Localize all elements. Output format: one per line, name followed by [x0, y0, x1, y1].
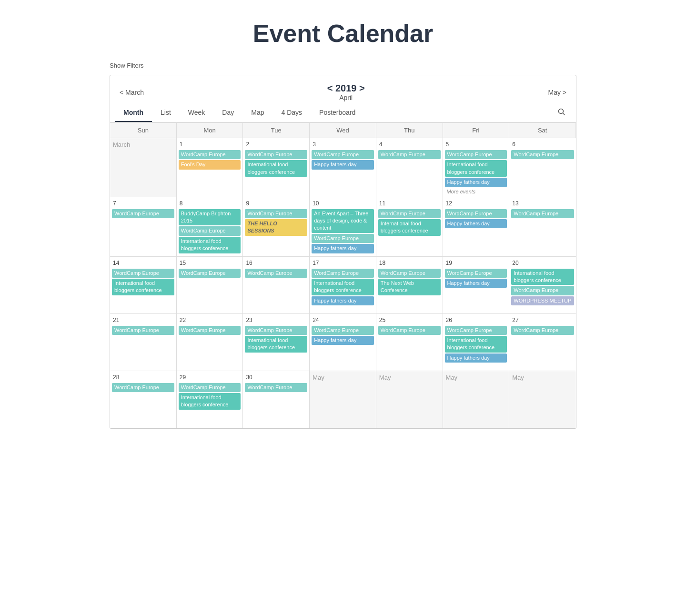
day-cell[interactable]: 26WordCamp EuropeInternational food blog… [443, 314, 510, 371]
event-item[interactable]: WordCamp Europe [312, 234, 374, 243]
event-item[interactable]: International food bloggers conference [179, 393, 241, 410]
event-item[interactable]: WordCamp Europe [179, 226, 241, 235]
event-item[interactable]: International food bloggers conference [245, 336, 307, 353]
day-cell[interactable]: 24WordCamp EuropeHappy fathers day [310, 314, 376, 371]
event-item[interactable]: WordCamp Europe [511, 150, 574, 159]
day-cell[interactable]: May [509, 371, 576, 428]
event-item[interactable]: Happy fathers day [445, 178, 507, 187]
day-cell[interactable]: 29WordCamp EuropeInternational food blog… [177, 371, 243, 428]
day-cell[interactable]: 30WordCamp Europe [243, 371, 310, 428]
event-item[interactable]: THE HELLO SESSIONS [245, 219, 307, 236]
more-events-link[interactable]: More events [445, 188, 507, 195]
prev-month-button[interactable]: < March [120, 89, 144, 96]
event-item[interactable]: International food bloggers conference [312, 279, 374, 295]
event-item[interactable]: WordCamp Europe [245, 269, 307, 278]
event-item[interactable]: Happy fathers day [445, 219, 507, 228]
day-cell[interactable]: 16WordCamp Europe [243, 257, 310, 314]
event-item[interactable]: WordCamp Europe [378, 269, 441, 278]
event-item[interactable]: Happy fathers day [312, 160, 374, 169]
event-item[interactable]: WordCamp Europe [511, 286, 574, 295]
event-item[interactable]: WordCamp Europe [445, 150, 507, 159]
day-cell[interactable]: 3WordCamp EuropeHappy fathers day [310, 138, 376, 197]
event-item[interactable]: WordCamp Europe [179, 383, 241, 392]
tab-week[interactable]: Week [180, 104, 214, 122]
day-cell[interactable]: 2WordCamp EuropeInternational food blogg… [243, 138, 310, 197]
day-cell[interactable]: 5WordCamp EuropeInternational food blogg… [443, 138, 510, 197]
event-item[interactable]: International food bloggers conference [179, 237, 241, 253]
day-cell[interactable]: 8BuddyCamp Brighton 2015WordCamp EuropeI… [177, 197, 243, 257]
event-item[interactable]: WordCamp Europe [112, 326, 174, 335]
event-item[interactable]: WordCamp Europe [179, 150, 241, 159]
tab-posterboard[interactable]: Posterboard [311, 104, 364, 122]
event-item[interactable]: International food bloggers conference [245, 160, 307, 177]
event-item[interactable]: International food bloggers conference [445, 160, 507, 177]
event-item[interactable]: International food bloggers conference [511, 269, 574, 285]
event-item[interactable]: WordCamp Europe [112, 383, 174, 392]
day-cell[interactable]: 28WordCamp Europe [110, 371, 177, 428]
event-item[interactable]: WordCamp Europe [312, 269, 374, 278]
day-cell[interactable]: 10An Event Apart – Three days of design,… [310, 197, 376, 257]
event-item[interactable]: WordCamp Europe [378, 209, 441, 218]
day-cell[interactable]: March [110, 138, 177, 197]
event-item[interactable]: Happy fathers day [312, 336, 374, 345]
day-cell[interactable]: 7WordCamp Europe [110, 197, 177, 257]
day-cell[interactable]: 1WordCamp EuropeFool's Day [177, 138, 243, 197]
tab-month[interactable]: Month [115, 104, 152, 122]
day-cell[interactable]: 27WordCamp Europe [509, 314, 576, 371]
event-item[interactable]: Happy fathers day [312, 244, 374, 253]
event-item[interactable]: WordCamp Europe [312, 150, 374, 159]
day-cell[interactable]: 14WordCamp EuropeInternational food blog… [110, 257, 177, 314]
event-item[interactable]: WordCamp Europe [445, 269, 507, 278]
event-item[interactable]: WordCamp Europe [245, 383, 307, 392]
event-item[interactable]: WordCamp Europe [245, 150, 307, 159]
event-item[interactable]: WordCamp Europe [511, 326, 574, 335]
event-item[interactable]: WordCamp Europe [245, 209, 307, 218]
day-cell[interactable]: 19WordCamp EuropeHappy fathers day [443, 257, 510, 314]
day-cell[interactable]: 20International food bloggers conference… [509, 257, 576, 314]
next-month-button[interactable]: May > [548, 89, 566, 96]
event-item[interactable]: WordCamp Europe [445, 326, 507, 335]
event-item[interactable]: WordCamp Europe [378, 326, 441, 335]
event-item[interactable]: International food bloggers conference [378, 219, 441, 236]
event-item[interactable]: BuddyCamp Brighton 2015 [179, 209, 241, 226]
event-item[interactable]: Happy fathers day [312, 296, 374, 305]
event-item[interactable]: Happy fathers day [445, 353, 507, 363]
day-cell[interactable]: 17WordCamp EuropeInternational food blog… [310, 257, 376, 314]
day-cell[interactable]: 25WordCamp Europe [376, 314, 443, 371]
day-cell[interactable]: 15WordCamp Europe [177, 257, 243, 314]
event-item[interactable]: The Next Web Conference [378, 279, 441, 295]
event-item[interactable]: WordCamp Europe [179, 269, 241, 278]
day-cell[interactable]: 12WordCamp EuropeHappy fathers day [443, 197, 510, 257]
tab-list[interactable]: List [152, 104, 180, 122]
tab-day[interactable]: Day [213, 104, 242, 122]
search-button[interactable] [552, 103, 571, 122]
nav-year[interactable]: < 2019 > [327, 83, 365, 94]
event-item[interactable]: WordCamp Europe [179, 326, 241, 335]
tab-4days[interactable]: 4 Days [272, 104, 311, 122]
event-item[interactable]: International food bloggers conference [445, 336, 507, 353]
event-item[interactable]: WordCamp Europe [245, 326, 307, 335]
event-item[interactable]: Happy fathers day [445, 279, 507, 288]
day-cell[interactable]: 11WordCamp EuropeInternational food blog… [376, 197, 443, 257]
day-cell[interactable]: 6WordCamp Europe [509, 138, 576, 197]
event-item[interactable]: An Event Apart – Three days of design, c… [312, 209, 374, 233]
day-cell[interactable]: 13WordCamp Europe [509, 197, 576, 257]
event-item[interactable]: WordCamp Europe [112, 209, 174, 218]
day-cell[interactable]: 22WordCamp Europe [177, 314, 243, 371]
event-item[interactable]: WordCamp Europe [312, 326, 374, 335]
event-item[interactable]: Fool's Day [179, 160, 241, 169]
day-cell[interactable]: 18WordCamp EuropeThe Next Web Conference [376, 257, 443, 314]
event-item[interactable]: WordCamp Europe [378, 150, 441, 159]
day-cell[interactable]: 9WordCamp EuropeTHE HELLO SESSIONS [243, 197, 310, 257]
day-cell[interactable]: May [376, 371, 443, 428]
day-cell[interactable]: 23WordCamp EuropeInternational food blog… [243, 314, 310, 371]
event-item[interactable]: WordCamp Europe [445, 209, 507, 218]
event-item[interactable]: WordCamp Europe [112, 269, 174, 278]
tab-map[interactable]: Map [242, 104, 272, 122]
day-cell[interactable]: May [443, 371, 510, 428]
show-filters-toggle[interactable]: Show Filters [110, 62, 576, 69]
event-item[interactable]: WORDPRESS MEETUP [511, 296, 574, 305]
event-item[interactable]: International food bloggers conference [112, 279, 174, 295]
day-cell[interactable]: 21WordCamp Europe [110, 314, 177, 371]
day-cell[interactable]: 4WordCamp Europe [376, 138, 443, 197]
